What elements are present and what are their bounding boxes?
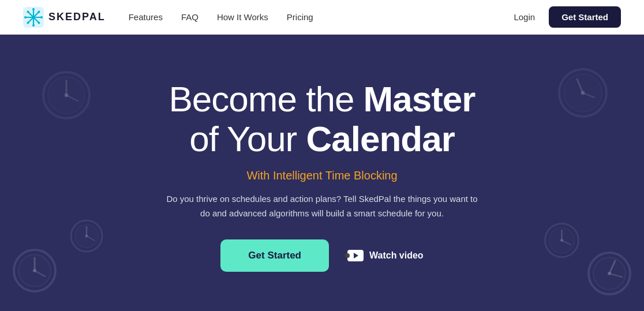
watch-video-label: Watch video — [369, 250, 424, 261]
nav-features[interactable]: Features — [129, 12, 163, 22]
skedpal-logo-icon — [23, 7, 44, 28]
clock-decoration-right-upper — [556, 66, 609, 119]
svg-point-11 — [38, 10, 40, 13]
get-started-hero-button[interactable]: Get Started — [220, 239, 329, 272]
nav-how-it-works[interactable]: How It Works — [217, 12, 268, 22]
clock-decoration-right-mid — [543, 222, 581, 259]
svg-point-37 — [560, 239, 563, 242]
svg-point-6 — [32, 24, 35, 27]
svg-point-10 — [38, 21, 40, 24]
hero-title-master: Master — [364, 79, 475, 119]
hero-title-calendar: Calendar — [306, 119, 454, 159]
clock-decoration-left-mid — [69, 219, 104, 253]
clock-decoration-left-upper — [40, 69, 92, 121]
get-started-nav-button[interactable]: Get Started — [549, 6, 621, 28]
login-link[interactable]: Login — [514, 12, 535, 22]
clock-decoration-far-right — [586, 250, 632, 297]
svg-point-8 — [40, 16, 43, 18]
svg-point-27 — [65, 93, 69, 98]
hero-title-of-your: of Your — [189, 119, 306, 159]
svg-point-9 — [27, 10, 29, 13]
hero-actions: Get Started Watch video — [220, 239, 423, 272]
hero-title-prefix: Become the — [169, 79, 364, 119]
svg-point-42 — [581, 91, 585, 95]
hero-description: Do you thrive on schedules and action pl… — [160, 192, 484, 221]
hero-subtitle: With Intelligent Time Blocking — [246, 169, 397, 182]
svg-point-7 — [24, 16, 27, 18]
video-play-icon — [347, 250, 364, 261]
clock-decoration-far-left — [12, 248, 58, 294]
svg-point-5 — [32, 8, 35, 10]
nav-faq[interactable]: FAQ — [181, 12, 199, 22]
hero-title: Become the Master of Your Calendar — [169, 80, 475, 158]
watch-video-button[interactable]: Watch video — [347, 250, 424, 261]
logo[interactable]: SKEDPAL — [23, 7, 106, 28]
nav-pricing[interactable]: Pricing — [287, 12, 313, 22]
svg-point-22 — [85, 235, 88, 238]
navbar: SKEDPAL Features FAQ How It Works Pricin… — [0, 0, 644, 35]
video-dot — [345, 253, 350, 258]
nav-right: Login Get Started — [514, 6, 621, 28]
nav-links: Features FAQ How It Works Pricing — [129, 12, 514, 22]
logo-text: SKEDPAL — [48, 11, 106, 23]
svg-point-12 — [27, 21, 29, 24]
svg-point-17 — [33, 269, 36, 272]
svg-point-32 — [608, 272, 611, 275]
hero-section: Become the Master of Your Calendar With … — [0, 35, 644, 311]
